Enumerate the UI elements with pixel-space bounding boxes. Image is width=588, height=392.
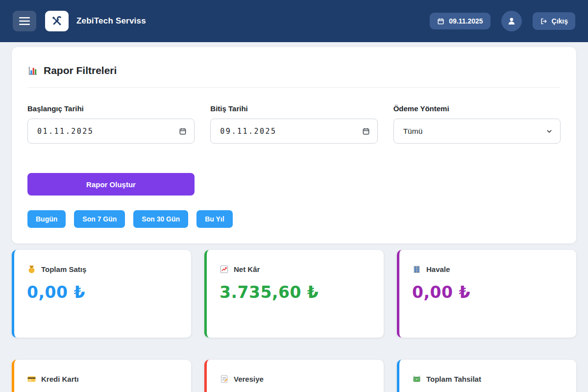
credit-card-icon (27, 374, 36, 384)
stat-label: Veresiye (234, 375, 264, 383)
stat-card-kredi-karti: Kredi Kartı (12, 360, 191, 392)
stat-card-toplam-satis: Toplam Satış 0,00 ₺ (12, 250, 191, 338)
end-date-group: Bitiş Tarihi 09.11.2025 (210, 104, 377, 144)
stat-card-net-kar: Net Kâr 3.735,60 ₺ (204, 250, 384, 338)
date-badge[interactable]: 09.11.2025 (430, 13, 490, 29)
report-filters-card: Rapor Filtreleri Başlangıç Tarihi 01.11.… (12, 47, 576, 244)
start-date-value: 01.11.2025 (37, 127, 94, 136)
end-date-input[interactable]: 09.11.2025 (210, 119, 377, 144)
logout-label: Çıkış (552, 17, 568, 25)
quick-filter-row: Bugün Son 7 Gün Son 30 Gün Bu Yıl (27, 210, 561, 228)
menu-button[interactable] (13, 11, 36, 31)
payment-method-label: Ödeme Yöntemi (393, 104, 561, 113)
memo-icon (220, 374, 229, 384)
top-navbar: ZebiTech Serviss 09.11.2025 Çıkış (0, 0, 588, 42)
bank-icon (412, 265, 421, 274)
money-wings-icon (412, 374, 421, 384)
navbar-right: 09.11.2025 Çıkış (430, 11, 575, 31)
end-date-value: 09.11.2025 (220, 127, 276, 136)
money-bag-icon (27, 265, 36, 274)
start-date-group: Başlangıç Tarihi 01.11.2025 (27, 104, 195, 144)
start-date-label: Başlangıç Tarihi (27, 104, 195, 113)
quick-filter-last-7-days[interactable]: Son 7 Gün (74, 210, 125, 228)
end-date-label: Bitiş Tarihi (210, 104, 377, 113)
filters-form: Başlangıç Tarihi 01.11.2025 Bitiş Tarihi… (27, 104, 561, 144)
quick-filter-this-year[interactable]: Bu Yıl (196, 210, 232, 228)
quick-filter-last-30-days[interactable]: Son 30 Gün (133, 210, 188, 228)
payment-method-value: Tümü (403, 127, 423, 136)
generate-report-button[interactable]: Rapor Oluştur (27, 173, 195, 196)
filters-card-title: Rapor Filtreleri (27, 65, 561, 88)
user-avatar-button[interactable] (501, 11, 522, 31)
calendar-icon[interactable] (179, 127, 187, 135)
stat-value: 0,00 ₺ (27, 283, 178, 302)
date-badge-label: 09.11.2025 (449, 17, 483, 25)
stats-grid: Toplam Satış 0,00 ₺ Net Kâr 3.735,60 ₺ (12, 250, 576, 392)
payment-method-group: Ödeme Yöntemi Tümü (393, 104, 561, 144)
tools-icon (51, 15, 63, 27)
logout-icon (540, 18, 547, 25)
navbar-left: ZebiTech Serviss (13, 11, 146, 31)
brand-logo-button[interactable] (45, 11, 69, 31)
payment-method-select[interactable]: Tümü (393, 119, 561, 144)
bar-chart-icon (27, 65, 38, 76)
hamburger-icon (19, 17, 30, 25)
stat-card-toplam-tahsilat: Toplam Tahsilat (397, 360, 576, 392)
stat-label: Havale (426, 265, 450, 273)
chevron-down-icon (546, 128, 553, 135)
calendar-icon (437, 18, 444, 25)
stat-value: 3.735,60 ₺ (220, 283, 371, 302)
main-content: Rapor Filtreleri Başlangıç Tarihi 01.11.… (0, 42, 588, 392)
start-date-input[interactable]: 01.11.2025 (27, 119, 195, 144)
quick-filter-today[interactable]: Bugün (27, 210, 66, 228)
filters-title-text: Rapor Filtreleri (44, 65, 117, 76)
user-icon (507, 16, 516, 26)
stat-label: Toplam Satış (41, 265, 86, 273)
stat-card-veresiye: Veresiye (204, 360, 384, 392)
chart-line-icon (220, 265, 229, 274)
stat-label: Net Kâr (234, 265, 260, 273)
app-title: ZebiTech Serviss (76, 16, 146, 26)
stat-label: Toplam Tahsilat (426, 375, 481, 383)
stat-label: Kredi Kartı (41, 375, 79, 383)
stat-card-havale: Havale 0,00 ₺ (397, 250, 576, 338)
logout-button[interactable]: Çıkış (533, 12, 575, 30)
stat-value: 0,00 ₺ (412, 283, 564, 302)
calendar-icon[interactable] (362, 127, 370, 135)
